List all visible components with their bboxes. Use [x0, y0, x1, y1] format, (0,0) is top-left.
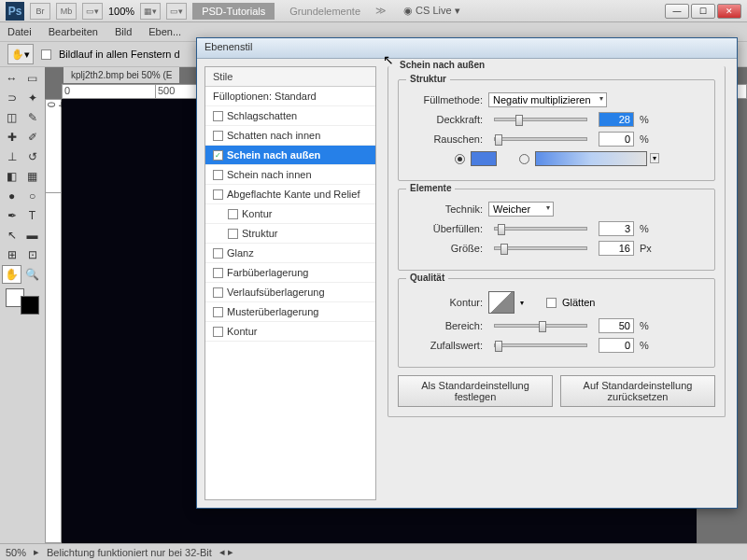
- noise-slider[interactable]: [494, 137, 587, 141]
- 3d-tool[interactable]: ⊞: [2, 245, 21, 264]
- eraser-tool[interactable]: ◧: [2, 167, 21, 186]
- jitter-input[interactable]: 0: [599, 338, 634, 353]
- lasso-tool[interactable]: ⊃: [2, 89, 21, 107]
- spread-slider[interactable]: [494, 227, 587, 231]
- spread-input[interactable]: 3: [599, 221, 634, 236]
- camera-tool[interactable]: ⊡: [22, 245, 42, 264]
- style-checkbox[interactable]: [213, 248, 223, 259]
- marquee-tool[interactable]: ▭: [22, 69, 42, 88]
- style-checkbox[interactable]: [213, 111, 223, 121]
- more-workspaces[interactable]: ≫: [375, 5, 387, 17]
- bridge-button[interactable]: Br: [30, 3, 50, 20]
- blend-mode-select[interactable]: Negativ multiplizieren: [488, 92, 607, 107]
- style-checkbox[interactable]: [213, 170, 223, 180]
- range-input[interactable]: 50: [599, 318, 634, 333]
- glow-gradient-chip[interactable]: [535, 151, 647, 166]
- color-swatches[interactable]: [6, 288, 39, 315]
- workspace-tab-psd[interactable]: PSD-Tutorials: [192, 3, 275, 20]
- close-button[interactable]: ✕: [717, 4, 741, 19]
- dialog-title[interactable]: Ebenenstil: [197, 38, 737, 59]
- style-checkbox[interactable]: ✓: [213, 150, 223, 161]
- style-item[interactable]: Schlagschatten: [205, 106, 375, 126]
- opacity-input[interactable]: 28: [599, 112, 634, 127]
- opacity-slider[interactable]: [494, 118, 587, 121]
- antialias-checkbox[interactable]: [546, 298, 557, 308]
- screen-mode-button[interactable]: ▭▾: [82, 3, 103, 20]
- style-checkbox[interactable]: [213, 131, 223, 141]
- style-item[interactable]: Farbüberlagerung: [205, 263, 375, 283]
- menu-ebene[interactable]: Eben...: [148, 26, 181, 37]
- cslive-label[interactable]: CS Live: [416, 5, 452, 16]
- blur-tool[interactable]: ●: [2, 187, 21, 205]
- style-checkbox[interactable]: [228, 229, 238, 239]
- type-tool[interactable]: T: [22, 206, 42, 225]
- minibridge-button[interactable]: Mb: [56, 3, 77, 20]
- make-default-button[interactable]: Als Standardeinstellung festlegen: [398, 375, 553, 407]
- arrange-button[interactable]: ▦▾: [140, 3, 161, 20]
- elemente-legend: Elemente: [406, 183, 455, 193]
- style-checkbox[interactable]: [213, 327, 223, 337]
- status-message: Belichtung funktioniert nur bei 32-Bit: [47, 547, 212, 558]
- technique-select[interactable]: Weicher: [488, 202, 554, 217]
- style-checkbox[interactable]: [213, 307, 223, 317]
- style-item[interactable]: ✓Schein nach außen: [205, 146, 375, 165]
- scroll-all-checkbox[interactable]: [41, 49, 51, 60]
- gradient-radio[interactable]: [519, 154, 529, 164]
- style-item[interactable]: Kontur: [205, 204, 375, 224]
- style-item[interactable]: Schatten nach innen: [205, 126, 375, 146]
- jitter-slider[interactable]: [494, 343, 587, 347]
- maximize-button[interactable]: ☐: [691, 4, 715, 19]
- size-input[interactable]: 16: [599, 241, 634, 256]
- styles-header[interactable]: Stile: [205, 67, 375, 87]
- gradient-tool[interactable]: ▦: [22, 167, 42, 186]
- move-tool[interactable]: ↔: [2, 69, 21, 88]
- minimize-button[interactable]: —: [665, 4, 689, 19]
- zoom-tool[interactable]: 🔍: [22, 265, 42, 284]
- style-checkbox[interactable]: [213, 189, 223, 200]
- menu-bearbeiten[interactable]: Bearbeiten: [49, 26, 98, 37]
- color-radio[interactable]: [455, 154, 465, 164]
- menu-bild[interactable]: Bild: [115, 26, 132, 37]
- size-slider[interactable]: [494, 246, 587, 250]
- document-tab[interactable]: kplj2th2.bmp bei 50% (E: [63, 67, 179, 83]
- hand-tool-icon[interactable]: ✋▾: [7, 44, 34, 64]
- style-checkbox[interactable]: [213, 287, 223, 298]
- style-item[interactable]: Struktur: [205, 224, 375, 244]
- contour-picker[interactable]: [488, 291, 514, 314]
- stamp-tool[interactable]: ⊥: [2, 147, 21, 166]
- background-color[interactable]: [21, 296, 39, 315]
- zoom-level[interactable]: 100%: [108, 6, 134, 17]
- style-item[interactable]: Schein nach innen: [205, 165, 375, 185]
- style-item[interactable]: Kontur: [205, 322, 375, 342]
- dodge-tool[interactable]: ○: [22, 187, 42, 205]
- eyedropper-tool[interactable]: ✎: [22, 108, 42, 127]
- menu-datei[interactable]: Datei: [7, 26, 32, 37]
- contour-label: Kontur:: [408, 297, 483, 308]
- pen-tool[interactable]: ✒: [2, 206, 21, 225]
- style-item[interactable]: Abgeflachte Kante und Relief: [205, 185, 375, 204]
- range-slider[interactable]: [494, 324, 587, 328]
- noise-input[interactable]: 0: [599, 132, 634, 147]
- hand-tool[interactable]: ✋: [2, 265, 21, 284]
- style-item[interactable]: Glanz: [205, 244, 375, 263]
- glow-color-chip[interactable]: [471, 151, 497, 166]
- shape-tool[interactable]: ▬: [22, 226, 42, 245]
- extras-button[interactable]: ▭▾: [166, 3, 187, 20]
- blend-options-row[interactable]: Fülloptionen: Standard: [205, 87, 375, 106]
- path-tool[interactable]: ↖: [2, 226, 21, 245]
- crop-tool[interactable]: ◫: [2, 108, 21, 127]
- layer-style-dialog: Ebenenstil Stile Fülloptionen: Standard …: [196, 37, 738, 509]
- status-zoom[interactable]: 50%: [6, 547, 26, 558]
- style-item[interactable]: Musterüberlagerung: [205, 302, 375, 322]
- brush-tool[interactable]: ✐: [22, 128, 42, 147]
- workspace-tab-grund[interactable]: Grundelemente: [280, 3, 370, 20]
- history-brush-tool[interactable]: ↺: [22, 147, 42, 166]
- style-label: Schein nach innen: [227, 169, 312, 180]
- reset-default-button[interactable]: Auf Standardeinstellung zurücksetzen: [560, 375, 715, 407]
- scroll-all-label: Bildlauf in allen Fenstern d: [59, 49, 180, 60]
- style-item[interactable]: Verlaufsüberlagerung: [205, 283, 375, 302]
- style-checkbox[interactable]: [228, 209, 238, 219]
- heal-tool[interactable]: ✚: [2, 128, 21, 147]
- style-checkbox[interactable]: [213, 268, 223, 278]
- wand-tool[interactable]: ✦: [22, 89, 42, 107]
